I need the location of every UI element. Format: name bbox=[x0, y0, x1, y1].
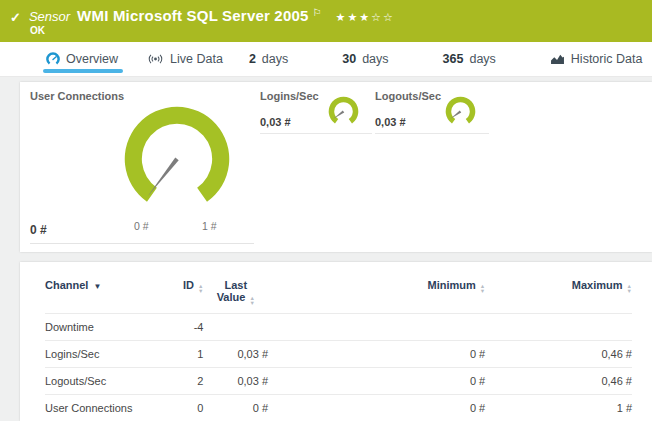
tab-2-days-number: 2 bbox=[249, 52, 256, 66]
sort-icon: ▲▼ bbox=[480, 284, 485, 293]
historic-chart-icon bbox=[550, 53, 565, 65]
cell-id: 1 bbox=[162, 341, 203, 368]
gauge-user-connections[interactable]: User Connections 0 # 1 # 0 # bbox=[30, 88, 254, 244]
gauge-title: Logouts/Sec bbox=[375, 90, 441, 102]
tab-bar: Overview Live Data 2 days 30 days 365 da… bbox=[0, 42, 652, 77]
cell-id: 2 bbox=[162, 368, 203, 395]
tab-live-data[interactable]: Live Data bbox=[147, 42, 223, 76]
cell-maximum: 0,46 # bbox=[485, 341, 632, 368]
sort-icon: ▲▼ bbox=[627, 284, 632, 293]
tab-live-data-label: Live Data bbox=[170, 52, 223, 66]
page-title: WMI Microsoft SQL Server 2005 bbox=[77, 7, 308, 24]
table-row[interactable]: Downtime -4 bbox=[45, 314, 632, 341]
gauge-current-value: 0,03 # bbox=[375, 116, 406, 128]
tab-365-days-number: 365 bbox=[443, 52, 464, 66]
channel-table-panel: Channel▼ ID▲▼ Last Value▲▼ Minimum▲▼ Max… bbox=[20, 262, 652, 421]
tab-30-days-number: 30 bbox=[342, 52, 356, 66]
cell-last-value: 0,03 # bbox=[203, 368, 268, 395]
gauge-logins-sec[interactable]: Logins/Sec 0,03 # bbox=[260, 88, 372, 134]
cell-channel: Logouts/Sec bbox=[45, 368, 162, 395]
sort-icon: ▲▼ bbox=[198, 284, 203, 293]
gauge-logouts-sec[interactable]: Logouts/Sec 0,03 # bbox=[375, 88, 489, 134]
table-row[interactable]: Logouts/Sec 2 0,03 # 0 # 0,46 # bbox=[45, 368, 632, 395]
tab-365-days-label: days bbox=[469, 52, 495, 66]
column-header-maximum[interactable]: Maximum▲▼ bbox=[485, 279, 632, 314]
cell-minimum: 0 # bbox=[268, 368, 485, 395]
gauge-icon bbox=[46, 52, 60, 66]
cell-minimum: 0 # bbox=[268, 341, 485, 368]
cell-last-value: 0,03 # bbox=[203, 341, 268, 368]
cell-minimum: 0 # bbox=[268, 395, 485, 421]
tab-365-days[interactable]: 365 days bbox=[443, 42, 496, 76]
cell-id: -4 bbox=[162, 314, 203, 341]
cell-channel: Logins/Sec bbox=[45, 341, 162, 368]
favorite-flag-icon[interactable]: ⚐ bbox=[313, 7, 322, 18]
tab-2-days[interactable]: 2 days bbox=[249, 42, 288, 76]
logouts-gauge-dial bbox=[442, 92, 479, 129]
tab-historic-data[interactable]: Historic Data bbox=[550, 42, 643, 76]
tab-30-days[interactable]: 30 days bbox=[342, 42, 388, 76]
overview-gauges-panel: User Connections 0 # 1 # 0 # Logins/Sec … bbox=[20, 82, 652, 252]
column-header-channel[interactable]: Channel▼ bbox=[45, 279, 162, 314]
user-connections-gauge-dial bbox=[120, 100, 234, 214]
status-badge: OK bbox=[30, 25, 45, 36]
tab-30-days-label: days bbox=[362, 52, 388, 66]
tab-historic-data-label: Historic Data bbox=[571, 52, 643, 66]
cell-channel: Downtime bbox=[45, 314, 162, 341]
tab-overview-label: Overview bbox=[66, 52, 118, 66]
status-check-icon: ✓ bbox=[10, 10, 21, 25]
column-header-id[interactable]: ID▲▼ bbox=[162, 279, 203, 314]
sensor-header: ✓ Sensor WMI Microsoft SQL Server 2005 ⚐… bbox=[0, 0, 652, 42]
gauge-scale-max: 1 # bbox=[202, 220, 217, 232]
channel-table: Channel▼ ID▲▼ Last Value▲▼ Minimum▲▼ Max… bbox=[45, 279, 632, 421]
tab-2-days-label: days bbox=[262, 52, 288, 66]
table-header-row: Channel▼ ID▲▼ Last Value▲▼ Minimum▲▼ Max… bbox=[45, 279, 632, 314]
cell-id: 0 bbox=[162, 395, 203, 421]
live-data-icon bbox=[147, 53, 164, 65]
sort-icon: ▲▼ bbox=[249, 296, 254, 305]
priority-stars[interactable]: ★★★☆☆ bbox=[336, 11, 395, 24]
gauge-title: Logins/Sec bbox=[260, 90, 319, 102]
cell-channel: User Connections bbox=[45, 395, 162, 421]
cell-maximum bbox=[485, 314, 632, 341]
cell-last-value bbox=[203, 314, 268, 341]
column-header-last-value[interactable]: Last Value▲▼ bbox=[203, 279, 268, 314]
cell-last-value: 0 # bbox=[203, 395, 268, 421]
gauge-scale-min: 0 # bbox=[134, 220, 149, 232]
table-row[interactable]: User Connections 0 0 # 0 # 1 # bbox=[45, 395, 632, 421]
cell-maximum: 0,46 # bbox=[485, 368, 632, 395]
gauge-current-value: 0,03 # bbox=[260, 116, 291, 128]
tab-overview[interactable]: Overview bbox=[46, 42, 118, 76]
gauge-current-value: 0 # bbox=[30, 223, 47, 237]
cell-minimum bbox=[268, 314, 485, 341]
cell-maximum: 1 # bbox=[485, 395, 632, 421]
logins-gauge-dial bbox=[325, 92, 362, 129]
sensor-kind-label: Sensor bbox=[29, 9, 70, 24]
column-header-minimum[interactable]: Minimum▲▼ bbox=[268, 279, 485, 314]
gauge-title: User Connections bbox=[30, 90, 124, 102]
sort-desc-icon: ▼ bbox=[93, 282, 101, 291]
table-row[interactable]: Logins/Sec 1 0,03 # 0 # 0,46 # bbox=[45, 341, 632, 368]
